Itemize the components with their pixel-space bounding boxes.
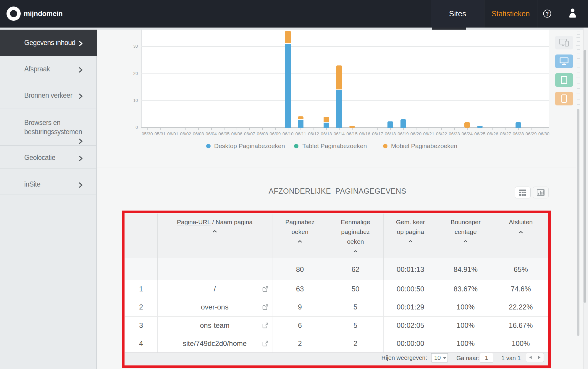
svg-text:?: ?: [546, 11, 549, 17]
